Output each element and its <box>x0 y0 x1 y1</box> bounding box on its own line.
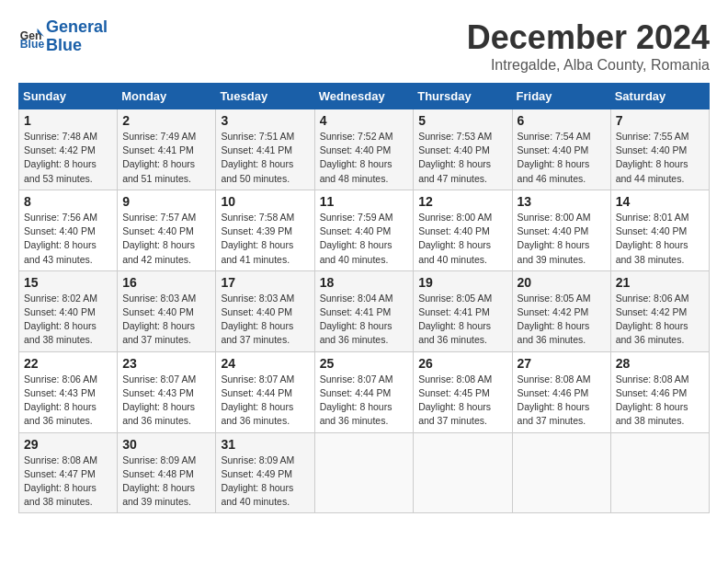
calendar-cell: 17Sunrise: 8:03 AMSunset: 4:40 PMDayligh… <box>216 270 314 351</box>
calendar-cell: 30Sunrise: 8:09 AMSunset: 4:48 PMDayligh… <box>118 432 216 513</box>
day-number: 28 <box>616 356 704 371</box>
calendar-cell: 1Sunrise: 7:48 AMSunset: 4:42 PMDaylight… <box>19 109 118 190</box>
calendar-cell: 21Sunrise: 8:06 AMSunset: 4:42 PMDayligh… <box>610 270 709 351</box>
calendar-cell: 18Sunrise: 8:04 AMSunset: 4:41 PMDayligh… <box>314 270 414 351</box>
day-of-week-header: Thursday <box>414 84 512 109</box>
day-number: 21 <box>616 275 704 290</box>
day-number: 13 <box>518 194 606 209</box>
day-info: Sunrise: 7:56 AMSunset: 4:40 PMDaylight:… <box>24 211 112 267</box>
day-info: Sunrise: 7:55 AMSunset: 4:40 PMDaylight:… <box>616 130 704 186</box>
day-info: Sunrise: 7:52 AMSunset: 4:40 PMDaylight:… <box>320 130 409 186</box>
day-number: 31 <box>221 437 309 452</box>
calendar-cell: 13Sunrise: 8:00 AMSunset: 4:40 PMDayligh… <box>512 190 610 270</box>
calendar-cell <box>314 432 414 513</box>
day-info: Sunrise: 8:07 AMSunset: 4:44 PMDaylight:… <box>221 373 309 429</box>
day-number: 3 <box>221 113 309 128</box>
day-info: Sunrise: 7:58 AMSunset: 4:39 PMDaylight:… <box>221 211 309 267</box>
day-info: Sunrise: 7:57 AMSunset: 4:40 PMDaylight:… <box>122 211 210 267</box>
day-info: Sunrise: 8:00 AMSunset: 4:40 PMDaylight:… <box>418 211 506 267</box>
calendar-cell: 20Sunrise: 8:05 AMSunset: 4:42 PMDayligh… <box>512 270 610 351</box>
day-of-week-header: Monday <box>118 84 216 109</box>
calendar-cell: 29Sunrise: 8:08 AMSunset: 4:47 PMDayligh… <box>19 432 118 513</box>
day-number: 29 <box>24 437 112 452</box>
day-info: Sunrise: 8:04 AMSunset: 4:41 PMDaylight:… <box>320 292 409 348</box>
title-block: December 2024 Intregalde, Alba County, R… <box>467 18 710 74</box>
day-info: Sunrise: 8:02 AMSunset: 4:40 PMDaylight:… <box>24 292 112 348</box>
day-info: Sunrise: 8:05 AMSunset: 4:42 PMDaylight:… <box>518 292 606 348</box>
calendar-cell: 26Sunrise: 8:08 AMSunset: 4:45 PMDayligh… <box>414 351 512 432</box>
location-subtitle: Intregalde, Alba County, Romania <box>467 57 710 74</box>
calendar-cell: 9Sunrise: 7:57 AMSunset: 4:40 PMDaylight… <box>118 190 216 270</box>
day-number: 30 <box>122 437 210 452</box>
day-number: 16 <box>122 275 210 290</box>
day-number: 22 <box>24 356 112 371</box>
calendar-week-row: 22Sunrise: 8:06 AMSunset: 4:43 PMDayligh… <box>19 351 710 432</box>
day-info: Sunrise: 8:08 AMSunset: 4:46 PMDaylight:… <box>616 373 704 429</box>
day-number: 9 <box>122 194 210 209</box>
day-number: 18 <box>320 275 409 290</box>
day-number: 24 <box>221 356 309 371</box>
day-info: Sunrise: 7:59 AMSunset: 4:40 PMDaylight:… <box>320 211 409 267</box>
day-number: 19 <box>418 275 506 290</box>
day-info: Sunrise: 8:05 AMSunset: 4:41 PMDaylight:… <box>418 292 506 348</box>
calendar-cell: 16Sunrise: 8:03 AMSunset: 4:40 PMDayligh… <box>118 270 216 351</box>
day-info: Sunrise: 8:03 AMSunset: 4:40 PMDaylight:… <box>122 292 210 348</box>
calendar-cell: 15Sunrise: 8:02 AMSunset: 4:40 PMDayligh… <box>19 270 118 351</box>
day-info: Sunrise: 8:06 AMSunset: 4:42 PMDaylight:… <box>616 292 704 348</box>
day-info: Sunrise: 7:49 AMSunset: 4:41 PMDaylight:… <box>122 130 210 186</box>
calendar-cell: 5Sunrise: 7:53 AMSunset: 4:40 PMDaylight… <box>414 109 512 190</box>
day-info: Sunrise: 8:01 AMSunset: 4:40 PMDaylight:… <box>616 211 704 267</box>
day-number: 15 <box>24 275 112 290</box>
calendar-cell: 8Sunrise: 7:56 AMSunset: 4:40 PMDaylight… <box>19 190 118 270</box>
day-of-week-header: Wednesday <box>314 84 414 109</box>
calendar-week-row: 15Sunrise: 8:02 AMSunset: 4:40 PMDayligh… <box>19 270 710 351</box>
calendar-cell <box>414 432 512 513</box>
day-info: Sunrise: 8:03 AMSunset: 4:40 PMDaylight:… <box>221 292 309 348</box>
day-number: 27 <box>518 356 606 371</box>
day-number: 20 <box>518 275 606 290</box>
day-info: Sunrise: 8:08 AMSunset: 4:46 PMDaylight:… <box>518 373 606 429</box>
day-of-week-header: Saturday <box>610 84 709 109</box>
calendar-week-row: 8Sunrise: 7:56 AMSunset: 4:40 PMDaylight… <box>19 190 710 270</box>
calendar-cell: 22Sunrise: 8:06 AMSunset: 4:43 PMDayligh… <box>19 351 118 432</box>
calendar-cell: 31Sunrise: 8:09 AMSunset: 4:49 PMDayligh… <box>216 432 314 513</box>
calendar-cell: 3Sunrise: 7:51 AMSunset: 4:41 PMDaylight… <box>216 109 314 190</box>
day-number: 25 <box>320 356 409 371</box>
day-info: Sunrise: 8:08 AMSunset: 4:47 PMDaylight:… <box>24 454 112 510</box>
day-number: 10 <box>221 194 309 209</box>
calendar-cell <box>610 432 709 513</box>
day-of-week-header: Friday <box>512 84 610 109</box>
day-number: 14 <box>616 194 704 209</box>
calendar-cell: 6Sunrise: 7:54 AMSunset: 4:40 PMDaylight… <box>512 109 610 190</box>
calendar-cell: 28Sunrise: 8:08 AMSunset: 4:46 PMDayligh… <box>610 351 709 432</box>
calendar-cell: 19Sunrise: 8:05 AMSunset: 4:41 PMDayligh… <box>414 270 512 351</box>
day-info: Sunrise: 7:53 AMSunset: 4:40 PMDaylight:… <box>418 130 506 186</box>
calendar-cell <box>512 432 610 513</box>
logo-text: GeneralBlue <box>46 18 108 55</box>
day-number: 7 <box>616 113 704 128</box>
day-info: Sunrise: 8:09 AMSunset: 4:48 PMDaylight:… <box>122 454 210 510</box>
page-header: Gen Blue GeneralBlue December 2024 Intre… <box>18 18 710 74</box>
day-number: 8 <box>24 194 112 209</box>
calendar-body: 1Sunrise: 7:48 AMSunset: 4:42 PMDaylight… <box>19 109 710 513</box>
day-number: 26 <box>418 356 506 371</box>
day-number: 6 <box>518 113 606 128</box>
calendar-table: SundayMondayTuesdayWednesdayThursdayFrid… <box>18 83 710 513</box>
day-number: 5 <box>418 113 506 128</box>
day-number: 12 <box>418 194 506 209</box>
day-number: 1 <box>24 113 112 128</box>
calendar-header-row: SundayMondayTuesdayWednesdayThursdayFrid… <box>19 84 710 109</box>
day-info: Sunrise: 8:07 AMSunset: 4:44 PMDaylight:… <box>320 373 409 429</box>
day-number: 2 <box>122 113 210 128</box>
calendar-cell: 27Sunrise: 8:08 AMSunset: 4:46 PMDayligh… <box>512 351 610 432</box>
day-number: 23 <box>122 356 210 371</box>
calendar-cell: 4Sunrise: 7:52 AMSunset: 4:40 PMDaylight… <box>314 109 414 190</box>
calendar-cell: 23Sunrise: 8:07 AMSunset: 4:43 PMDayligh… <box>118 351 216 432</box>
calendar-cell: 7Sunrise: 7:55 AMSunset: 4:40 PMDaylight… <box>610 109 709 190</box>
calendar-cell: 25Sunrise: 8:07 AMSunset: 4:44 PMDayligh… <box>314 351 414 432</box>
calendar-cell: 2Sunrise: 7:49 AMSunset: 4:41 PMDaylight… <box>118 109 216 190</box>
calendar-week-row: 1Sunrise: 7:48 AMSunset: 4:42 PMDaylight… <box>19 109 710 190</box>
day-info: Sunrise: 8:08 AMSunset: 4:45 PMDaylight:… <box>418 373 506 429</box>
day-number: 4 <box>320 113 409 128</box>
calendar-cell: 24Sunrise: 8:07 AMSunset: 4:44 PMDayligh… <box>216 351 314 432</box>
